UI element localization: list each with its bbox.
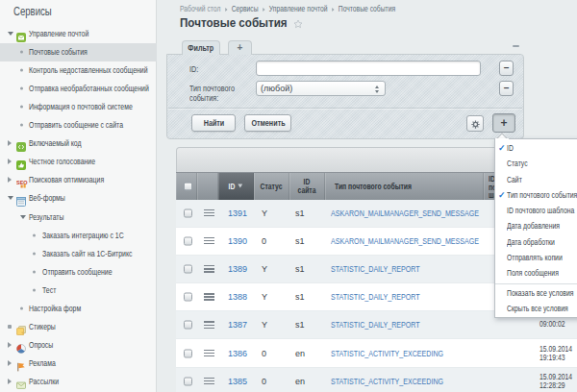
include-code-icon xyxy=(16,138,26,148)
collapsed-arrow-icon[interactable] xyxy=(8,360,12,366)
menu-footer-item[interactable]: Скрыть все условия xyxy=(495,301,577,316)
tab-filter[interactable]: Фильтр xyxy=(182,40,220,55)
row-checkbox[interactable] xyxy=(184,265,192,274)
sidebar-item-17[interactable]: Стикеры xyxy=(0,317,157,335)
menu-item[interactable]: Дата обработки xyxy=(495,234,577,250)
row-id[interactable]: 1390 xyxy=(228,236,247,246)
filter-panel: ID: – Тип почтового события: (любой) – Н… xyxy=(166,54,524,139)
collapsed-arrow-icon[interactable] xyxy=(8,140,12,146)
row-id[interactable]: 1387 xyxy=(228,320,247,330)
menu-item[interactable]: Сайт xyxy=(495,172,577,187)
sidebar-item-1[interactable]: Управление почтой xyxy=(0,25,157,43)
tab-add-filter[interactable]: + xyxy=(228,40,252,55)
header-site-id[interactable]: ID сайта xyxy=(289,173,325,200)
row-checkbox[interactable] xyxy=(184,377,192,385)
menu-item[interactable]: ID почтового шаблона xyxy=(495,203,577,218)
menu-item[interactable]: Поля сообщения xyxy=(495,265,577,281)
sidebar-item-13[interactable]: Заказать сайт на 1С-Битрикс xyxy=(0,244,157,262)
check-icon: ✓ xyxy=(498,187,506,203)
row-menu-icon[interactable] xyxy=(204,237,214,245)
expanded-arrow-icon[interactable] xyxy=(8,32,13,36)
sidebar-item-8[interactable]: Честное голосование xyxy=(0,153,157,171)
page: Сервисы Управление почтой Почтовые событ… xyxy=(0,0,577,392)
row-event-type-link[interactable]: STATISTIC_DAILY_REPORT xyxy=(331,292,420,302)
sidebar-item-10[interactable]: Веб-формы xyxy=(0,189,157,208)
row-status: Y xyxy=(262,264,267,274)
row-checkbox[interactable] xyxy=(184,209,192,218)
sidebar-item-3[interactable]: Контроль недоставленных сообщений xyxy=(0,61,157,80)
row-menu-icon[interactable] xyxy=(204,350,214,357)
sidebar-item-20[interactable]: Рассылки xyxy=(0,372,157,390)
sidebar-item-9[interactable]: SEO Поисковая оптимизация xyxy=(0,171,157,189)
sidebar-item-2[interactable]: Почтовые события xyxy=(0,43,157,61)
collapsed-arrow-icon[interactable] xyxy=(8,159,12,164)
row-menu-icon[interactable] xyxy=(204,321,214,329)
row-id[interactable]: 1388 xyxy=(228,292,247,302)
breadcrumb-item[interactable]: Сервисы xyxy=(232,4,259,13)
sidebar-item-18[interactable]: Опросы xyxy=(0,335,157,354)
sidebar-item-label: Заказать сайт на 1С-Битрикс xyxy=(42,249,133,258)
cancel-button[interactable]: Отменить xyxy=(244,114,291,132)
sidebar-item-11[interactable]: Результаты xyxy=(0,208,157,226)
row-id[interactable]: 1385 xyxy=(228,377,247,386)
menu-footer-item[interactable]: Показать все условия xyxy=(495,285,577,301)
sidebar-item-12[interactable]: Заказать интеграцию с 1С xyxy=(0,226,157,244)
select-all-checkbox[interactable] xyxy=(184,183,192,191)
sidebar-item-19[interactable]: Реклама xyxy=(0,354,157,372)
row-checkbox[interactable] xyxy=(184,349,192,357)
row-event-type-link[interactable]: ASKARON_MAILMANAGER_SEND_MESSAGE xyxy=(331,208,479,218)
filter-add-field-button[interactable]: + xyxy=(492,113,515,133)
filter-minimize-button[interactable] xyxy=(513,45,519,47)
menu-item[interactable]: Отправлять копии xyxy=(495,250,577,265)
row-event-type-link[interactable]: STATISTIC_ACTIVITY_EXCEEDING xyxy=(331,349,443,358)
row-menu-icon[interactable] xyxy=(204,265,214,273)
header-id[interactable]: ID xyxy=(218,173,254,200)
sidebar-item-label: Тест xyxy=(42,285,56,295)
row-checkbox[interactable] xyxy=(184,321,192,330)
expanded-arrow-icon[interactable] xyxy=(8,196,13,200)
collapsed-arrow-icon[interactable] xyxy=(8,342,12,348)
sidebar-item-14[interactable]: Отправить сообщение xyxy=(0,262,157,281)
row-menu-icon[interactable] xyxy=(204,293,214,301)
row-id[interactable]: 1391 xyxy=(228,208,247,218)
row-menu-icon[interactable] xyxy=(204,209,214,217)
header-event-type[interactable]: Тип почтового события xyxy=(325,173,484,200)
menu-item[interactable]: Дата добавления xyxy=(495,218,577,233)
breadcrumb-item[interactable]: Почтовые события xyxy=(339,4,395,13)
header-status[interactable]: Статус xyxy=(254,173,289,200)
filter-type-remove-button[interactable]: – xyxy=(499,81,514,96)
row-event-type-link[interactable]: STATISTIC_ACTIVITY_EXCEEDING xyxy=(331,377,443,386)
sidebar-item-7[interactable]: Включаемый код xyxy=(0,135,157,153)
menu-item[interactable]: ✓ Тип почтового события xyxy=(495,187,577,203)
expanded-arrow-icon[interactable] xyxy=(20,215,26,219)
table-row: 1385 0 en STATISTIC_ACTIVITY_EXCEEDING 1… xyxy=(176,368,577,392)
filter-settings-button[interactable] xyxy=(466,115,484,132)
bullet-icon xyxy=(20,306,23,309)
row-id[interactable]: 1386 xyxy=(228,349,247,358)
filter-type-select[interactable]: (любой) xyxy=(256,81,386,96)
sidebar-item-16[interactable]: Настройка форм xyxy=(0,299,157,317)
row-event-type-link[interactable]: STATISTIC_DAILY_REPORT xyxy=(331,264,420,274)
menu-item-label: Тип почтового события xyxy=(507,187,577,203)
row-checkbox[interactable] xyxy=(184,237,192,246)
row-menu-icon[interactable] xyxy=(204,378,214,385)
collapsed-arrow-icon[interactable] xyxy=(8,379,12,384)
sidebar-item-15[interactable]: Тест xyxy=(0,281,157,299)
breadcrumb-item[interactable]: Управление почтой xyxy=(269,4,328,13)
row-event-type-link[interactable]: ASKARON_MAILMANAGER_SEND_MESSAGE xyxy=(331,236,479,246)
row-id[interactable]: 1389 xyxy=(228,264,247,274)
sidebar-item-4[interactable]: Отправка необработанных сообщений xyxy=(0,80,157,98)
filter-id-input[interactable] xyxy=(256,61,481,76)
row-checkbox[interactable] xyxy=(184,293,192,302)
sidebar-item-5[interactable]: Информация о почтовой системе xyxy=(0,98,157,116)
find-button[interactable]: Найти xyxy=(191,114,236,132)
sidebar-item-label: Заказать интеграцию с 1С xyxy=(42,231,124,240)
menu-item[interactable]: Статус xyxy=(495,156,577,171)
collapsed-arrow-icon[interactable] xyxy=(8,177,12,183)
sidebar-item-6[interactable]: Отправить сообщение с сайта xyxy=(0,116,157,135)
favorite-star-icon[interactable] xyxy=(293,19,303,29)
filter-id-remove-button[interactable]: – xyxy=(499,61,514,76)
row-event-type-link[interactable]: STATISTIC_DAILY_REPORT xyxy=(331,320,420,330)
sidebar-item-label: Рассылки xyxy=(29,377,59,386)
spinner-up-icon xyxy=(375,86,379,88)
